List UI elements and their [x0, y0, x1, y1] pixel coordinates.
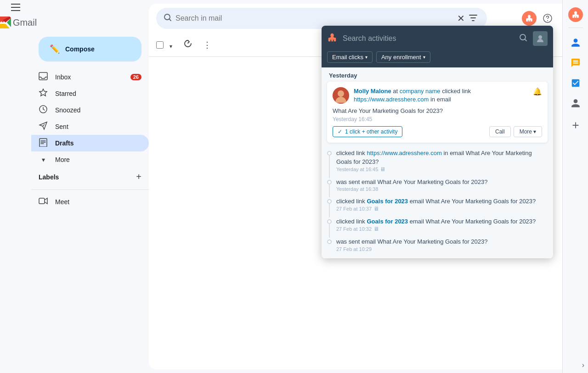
timeline-item: was sent email What Are Your Marketing G…	[327, 235, 548, 254]
sidebar-item-more[interactable]: ▾ More	[31, 151, 149, 168]
timeline-item: clicked link https://www.adresshere.com …	[327, 146, 548, 175]
more-label: More	[520, 128, 532, 135]
any-enrollment-filter-button[interactable]: Any enrollment ▾	[376, 51, 430, 63]
tl3-link[interactable]: Goals for 2023	[367, 198, 408, 205]
timeline-text: clicked link Goals for 2023 email What A…	[336, 217, 548, 226]
sidebar-item-drafts[interactable]: Drafts	[31, 135, 149, 151]
snoozed-label: Snoozed	[55, 106, 80, 114]
tl3-after: email What Are Your Marketing Goals for …	[410, 198, 536, 205]
timeline-content: was sent email What Are Your Marketing G…	[336, 238, 548, 251]
timeline-item: clicked link Goals for 2023 email What A…	[327, 215, 548, 235]
email-clicks-label: Email clicks	[332, 54, 363, 61]
email-subject: What Are Your Marketing Goals for 2023?	[333, 107, 542, 114]
more-label: More	[55, 156, 70, 163]
timeline-text: was sent email What Are Your Marketing G…	[336, 178, 548, 186]
svg-rect-3	[39, 198, 45, 204]
labels-header: Labels +	[31, 168, 149, 186]
more-button[interactable]: More ▾	[514, 126, 542, 137]
svg-point-8	[520, 34, 526, 40]
tl1-before: clicked link	[336, 150, 365, 156]
person-name: Molly Malone	[354, 88, 391, 95]
compose-icon: ✏️	[50, 44, 60, 54]
gmail-text: Gmail	[13, 17, 37, 28]
email-clicks-filter-button[interactable]: Email clicks ▾	[327, 51, 373, 63]
hs-user-avatar[interactable]	[533, 31, 548, 46]
gmail-top-bar: Gmail	[0, 0, 31, 29]
tl4-link[interactable]: Goals for 2023	[367, 218, 408, 225]
checkbox-area: ▾	[156, 39, 176, 50]
send-icon	[39, 121, 48, 133]
hs-search-button[interactable]	[517, 32, 529, 46]
search-input[interactable]	[175, 14, 455, 22]
sidebar-item-starred[interactable]: Starred	[31, 85, 149, 102]
timeline-content: clicked link https://www.adresshere.com …	[336, 149, 548, 172]
timeline-item: was sent email What Are Your Marketing G…	[327, 175, 548, 195]
sidebar-item-snoozed[interactable]: Snoozed	[31, 102, 149, 118]
tl2-time: Yesterday at 16:38	[336, 186, 378, 192]
expand-label: 1 click + other activity	[345, 128, 397, 135]
more-arrow-icon: ▾	[533, 128, 536, 135]
hs-filters: Email clicks ▾ Any enrollment ▾	[322, 51, 553, 67]
hs-activity-card: Molly Malone at company name clicked lin…	[327, 82, 548, 143]
hubspot-panel: Email clicks ▾ Any enrollment ▾ Yesterda…	[322, 26, 553, 258]
search-close-button[interactable]: ✕	[455, 11, 467, 26]
star-icon	[39, 88, 48, 100]
hs-card-header: Molly Malone at company name clicked lin…	[333, 87, 542, 104]
tasks-icon[interactable]	[566, 74, 585, 92]
bell-icon[interactable]: 🔔	[533, 87, 542, 96]
timeline-text: was sent email What Are Your Marketing G…	[336, 238, 548, 246]
meet-section: Meet	[31, 189, 149, 214]
tl4-before: clicked link	[336, 218, 365, 225]
inbox-badge: 26	[130, 74, 141, 80]
tl1-link[interactable]: https://www.adresshere.com	[367, 150, 441, 156]
expand-activity-button[interactable]: ✓ 1 click + other activity	[333, 126, 402, 137]
monitor3-icon: 🖥	[373, 226, 379, 232]
svg-point-9	[538, 35, 542, 39]
tl4-after: email What Are Your Marketing Goals for …	[410, 218, 536, 225]
chat-icon[interactable]	[566, 54, 585, 72]
search-filter-button[interactable]	[467, 11, 480, 26]
person-icon[interactable]	[566, 94, 585, 112]
meet-icon	[39, 197, 48, 207]
hubspot-avatar-button[interactable]	[522, 11, 537, 26]
call-button[interactable]: Call	[489, 126, 511, 137]
sidebar-item-inbox[interactable]: Inbox 26	[31, 69, 149, 85]
labels-add-button[interactable]: +	[136, 172, 141, 182]
timeline-time: 27 Feb at 10:37 🖥	[336, 206, 548, 212]
add-button[interactable]	[566, 116, 585, 134]
compose-label: Compose	[65, 45, 95, 53]
tl5-text: was sent email What Are Your Marketing G…	[336, 238, 488, 245]
hamburger-button[interactable]	[6, 4, 25, 11]
right-icon-bar	[562, 0, 588, 373]
timeline-time: Yesterday at 16:45 🖥	[336, 166, 548, 173]
any-enrollment-arrow-icon: ▾	[423, 55, 425, 60]
scroll-right-button[interactable]: ›	[582, 361, 584, 369]
timeline-text: clicked link https://www.adresshere.com …	[336, 149, 548, 166]
drafts-label: Drafts	[55, 139, 74, 147]
sidebar-item-meet[interactable]: Meet	[31, 194, 149, 210]
company-name: company name	[400, 88, 441, 95]
expand-check-icon: ✓	[338, 128, 342, 135]
compose-button[interactable]: ✏️ Compose	[39, 37, 141, 61]
timeline-time: Yesterday at 16:38	[336, 186, 548, 192]
molly-avatar	[333, 87, 349, 104]
drafts-icon	[39, 138, 48, 149]
more-options-button[interactable]: ⋮	[199, 36, 215, 54]
timeline-content: clicked link Goals for 2023 email What A…	[336, 197, 548, 212]
select-all-checkbox[interactable]	[156, 41, 164, 49]
select-dropdown-button[interactable]: ▾	[165, 39, 176, 50]
refresh-button[interactable]	[180, 36, 196, 54]
labels-title: Labels	[39, 173, 59, 181]
hubspot-right-icon[interactable]	[568, 7, 583, 22]
sidebar-item-sent[interactable]: Sent	[31, 118, 149, 135]
card-url-link[interactable]: https://www.adresshere.com	[354, 96, 429, 103]
sent-label: Sent	[55, 123, 68, 130]
hs-search-input[interactable]	[343, 34, 514, 43]
google-contacts-icon[interactable]	[566, 33, 585, 52]
tl5-time: 27 Feb at 10:29	[336, 246, 372, 252]
hs-timeline: clicked link https://www.adresshere.com …	[322, 146, 553, 258]
card-at-text: at	[393, 88, 399, 95]
help-button[interactable]	[538, 9, 557, 28]
right-bar-divider	[568, 28, 583, 28]
timeline-content: was sent email What Are Your Marketing G…	[336, 178, 548, 192]
